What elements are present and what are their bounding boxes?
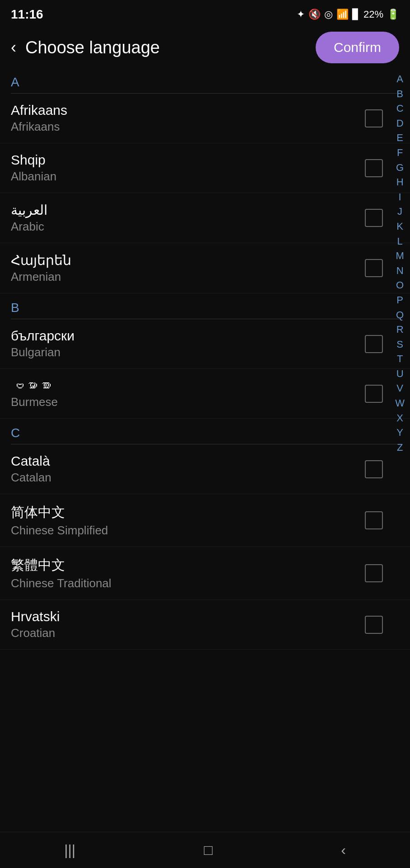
lang-english: Chinese Traditional <box>11 576 399 590</box>
alpha-n[interactable]: N <box>393 264 406 278</box>
list-item[interactable]: Shqip Albanian <box>0 143 410 193</box>
lang-checkbox-chinese-simplified[interactable] <box>365 511 383 529</box>
wifi-icon: 📶 <box>336 9 349 20</box>
alpha-m[interactable]: M <box>393 249 406 263</box>
battery-icon: 🔋 <box>387 9 399 20</box>
alpha-a[interactable]: A <box>393 72 406 86</box>
signal-icon: ▊ <box>352 9 360 20</box>
list-item[interactable]: Hrvatski Croatian <box>0 600 410 650</box>
status-bar: 11:16 ✦ 🔇 ◎ 📶 ▊ 22% 🔋 <box>0 0 410 27</box>
alpha-l[interactable]: L <box>393 235 406 249</box>
list-item[interactable]: Afrikaans Afrikaans <box>0 94 410 143</box>
lang-native: العربية <box>11 202 399 218</box>
language-list: A Afrikaans Afrikaans Shqip Albanian الع… <box>0 68 410 686</box>
lang-info-albanian: Shqip Albanian <box>11 152 399 184</box>
alpha-k[interactable]: K <box>393 220 406 234</box>
list-item[interactable]: български Bulgarian <box>0 319 410 369</box>
alpha-j[interactable]: J <box>393 205 406 219</box>
lang-info-chinese-traditional: 繁體中文 Chinese Traditional <box>11 556 399 590</box>
alpha-p[interactable]: P <box>393 293 406 307</box>
alpha-c[interactable]: C <box>393 102 406 116</box>
alpha-b[interactable]: B <box>393 87 406 101</box>
alpha-g[interactable]: G <box>393 161 406 175</box>
alpha-u[interactable]: U <box>393 367 406 381</box>
lang-english: Chinese Simplified <box>11 524 399 538</box>
lang-english: Catalan <box>11 471 399 485</box>
alpha-d[interactable]: D <box>393 117 406 131</box>
lang-info-burmese: ဗမာစာ Burmese <box>11 378 399 409</box>
lang-native: Hrvatski <box>11 609 399 624</box>
lang-native: Afrikaans <box>11 103 399 118</box>
header: ‹ Choose language Confirm <box>0 27 410 68</box>
lang-checkbox-croatian[interactable] <box>365 616 383 634</box>
lang-native: ဗမာစာ <box>11 378 399 393</box>
lang-info-catalan: Català Catalan <box>11 453 399 485</box>
recent-apps-button[interactable]: ||| <box>51 837 89 863</box>
list-item[interactable]: Català Catalan <box>0 444 410 494</box>
lang-native: 繁體中文 <box>11 556 399 575</box>
alpha-e[interactable]: E <box>393 131 406 145</box>
lang-checkbox-chinese-traditional[interactable] <box>365 564 383 582</box>
alphabet-index: A B C D E F G H I J K L M N O P Q R S T … <box>393 72 406 454</box>
lang-info-bulgarian: български Bulgarian <box>11 328 399 359</box>
header-left: ‹ Choose language <box>7 36 160 59</box>
section-c: C Català Catalan 简体中文 Chinese Simplified… <box>0 419 410 650</box>
alpha-w[interactable]: W <box>393 396 406 410</box>
alpha-z[interactable]: Z <box>393 441 406 455</box>
lang-native: 简体中文 <box>11 503 399 522</box>
lang-checkbox-burmese[interactable] <box>365 385 383 403</box>
alpha-o[interactable]: O <box>393 278 406 292</box>
lang-english: Bulgarian <box>11 345 399 359</box>
lang-native: Català <box>11 453 399 469</box>
list-item[interactable]: 繁體中文 Chinese Traditional <box>0 547 410 600</box>
back-nav-button[interactable]: ‹ <box>327 837 359 863</box>
alpha-i[interactable]: I <box>393 190 406 204</box>
lang-english: Burmese <box>11 395 399 409</box>
lang-english: Albanian <box>11 170 399 184</box>
alpha-f[interactable]: F <box>393 146 406 160</box>
list-item[interactable]: ဗမာစာ Burmese <box>0 369 410 419</box>
alpha-v[interactable]: V <box>393 382 406 396</box>
list-item[interactable]: Հայերեն Armenian <box>0 243 410 293</box>
lang-english: Arabic <box>11 220 399 234</box>
lang-checkbox-bulgarian[interactable] <box>365 335 383 353</box>
lang-info-afrikaans: Afrikaans Afrikaans <box>11 103 399 134</box>
alpha-y[interactable]: Y <box>393 426 406 440</box>
lang-checkbox-catalan[interactable] <box>365 460 383 478</box>
list-item[interactable]: 简体中文 Chinese Simplified <box>0 494 410 547</box>
lang-info-croatian: Hrvatski Croatian <box>11 609 399 640</box>
lang-native: Հայերեն <box>11 252 399 268</box>
section-a: A Afrikaans Afrikaans Shqip Albanian الع… <box>0 68 410 293</box>
list-item[interactable]: العربية Arabic <box>0 193 410 243</box>
alpha-x[interactable]: X <box>393 411 406 425</box>
lang-english: Croatian <box>11 626 399 640</box>
page-title: Choose language <box>25 38 160 57</box>
status-icons: ✦ 🔇 ◎ 📶 ▊ 22% 🔋 <box>297 9 399 20</box>
alpha-q[interactable]: Q <box>393 308 406 322</box>
lang-checkbox-afrikaans[interactable] <box>365 109 383 127</box>
lang-native: Shqip <box>11 152 399 168</box>
confirm-button[interactable]: Confirm <box>316 32 399 63</box>
alpha-r[interactable]: R <box>393 323 406 337</box>
lang-checkbox-albanian[interactable] <box>365 159 383 177</box>
alpha-h[interactable]: H <box>393 175 406 189</box>
sound-icon: 🔇 <box>308 9 321 20</box>
home-button[interactable]: □ <box>190 837 226 863</box>
section-header-a: A <box>0 68 410 93</box>
section-header-c: C <box>0 419 410 444</box>
alpha-t[interactable]: T <box>393 352 406 366</box>
lang-native: български <box>11 328 399 344</box>
lang-checkbox-armenian[interactable] <box>365 259 383 277</box>
battery-text: 22% <box>363 9 383 20</box>
section-header-b: B <box>0 293 410 319</box>
bottom-navigation: ||| □ ‹ <box>0 832 410 868</box>
lang-checkbox-arabic[interactable] <box>365 209 383 227</box>
alpha-s[interactable]: S <box>393 338 406 352</box>
lang-info-armenian: Հայերեն Armenian <box>11 252 399 284</box>
lang-info-arabic: العربية Arabic <box>11 202 399 234</box>
back-button[interactable]: ‹ <box>7 36 20 59</box>
lang-english: Afrikaans <box>11 120 399 134</box>
section-b: B български Bulgarian ဗမာစာ Burmese <box>0 293 410 419</box>
location-icon: ◎ <box>324 9 333 20</box>
status-time: 11:16 <box>11 7 43 22</box>
